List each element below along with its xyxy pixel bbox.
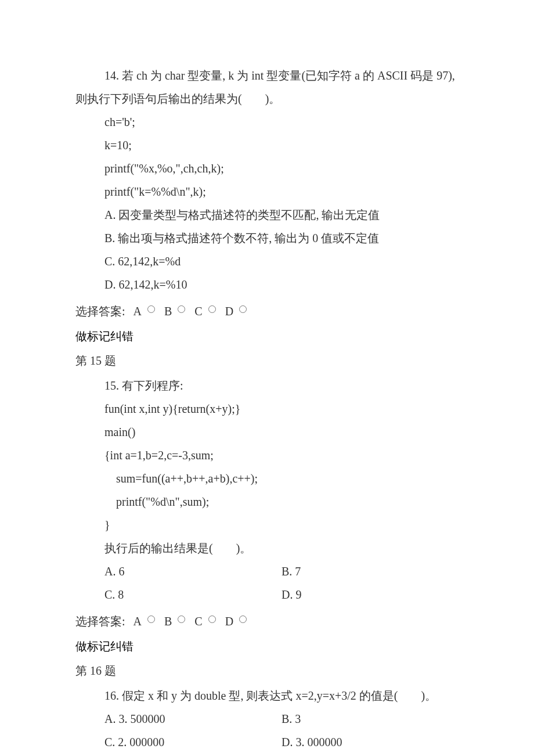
radio-group-a: A <box>134 301 160 322</box>
q16-options-row1: A. 3. 500000 B. 3 <box>75 707 459 730</box>
page-content: 14. 若 ch 为 char 型变量, k 为 int 型变量(已知字符 a … <box>0 0 534 756</box>
q15-code-line: {int a=1,b=2,c=-3,sum; <box>75 444 459 467</box>
q15-code-line: sum=fun((a++,b++,a+b),c++); <box>75 467 459 490</box>
correct-link[interactable]: 纠错 <box>110 640 134 653</box>
q15-code-line: } <box>75 513 459 537</box>
q14-code-line: k=10; <box>75 134 459 157</box>
q16-option-b: B. 3 <box>282 707 459 730</box>
radio-q15-d[interactable] <box>239 615 247 623</box>
radio-letter-d: D <box>225 301 233 322</box>
q15-code-line: printf("%d\n",sum); <box>75 490 459 513</box>
q16-intro: 16. 假定 x 和 y 为 double 型, 则表达式 x=2,y=x+3/… <box>75 684 459 707</box>
radio-group-c: C <box>194 611 220 632</box>
q15-option-d: D. 9 <box>282 583 459 606</box>
q15-code-line: fun(int x,int y){return(x+y);} <box>75 397 459 420</box>
radio-group-b: B <box>164 301 190 322</box>
mark-row-14: 做标记纠错 <box>75 325 459 347</box>
q16-option-c: C. 2. 000000 <box>104 730 282 754</box>
radio-q15-b[interactable] <box>178 615 185 623</box>
q14-option-a: A. 因变量类型与格式描述符的类型不匹配, 输出无定值 <box>75 203 459 226</box>
answer-label: 选择答案: <box>75 611 125 632</box>
radio-group-c: C <box>194 301 220 322</box>
answer-row-15: 选择答案: A B C D <box>75 611 459 632</box>
q14-code-line: printf("%x,%o,",ch,ch,k); <box>75 157 459 180</box>
radio-group-d: D <box>225 301 251 322</box>
correct-link[interactable]: 纠错 <box>110 330 134 343</box>
q14-option-b: B. 输出项与格式描述符个数不符, 输出为 0 值或不定值 <box>75 226 459 250</box>
question-16: 16. 假定 x 和 y 为 double 型, 则表达式 x=2,y=x+3/… <box>75 684 459 754</box>
radio-group-b: B <box>164 611 190 632</box>
mark-row-15: 做标记纠错 <box>75 635 459 657</box>
q16-option-d: D. 3. 000000 <box>282 730 459 754</box>
q14-option-d: D. 62,142,k=%10 <box>75 273 459 296</box>
question-14: 14. 若 ch 为 char 型变量, k 为 int 型变量(已知字符 a … <box>75 64 459 296</box>
mark-link[interactable]: 做标记 <box>75 330 110 343</box>
q15-options-row2: C. 8 D. 9 <box>75 583 459 606</box>
radio-letter-d: D <box>225 611 233 632</box>
q15-code-line: main() <box>75 420 459 444</box>
q14-code-line: ch='b'; <box>75 110 459 134</box>
question-15: 15. 有下列程序: fun(int x,int y){return(x+y);… <box>75 374 459 606</box>
radio-letter-a: A <box>134 611 142 632</box>
radio-q14-b[interactable] <box>178 305 185 313</box>
q15-option-b: B. 7 <box>282 560 459 583</box>
q16-options-row2: C. 2. 000000 D. 3. 000000 <box>75 730 459 754</box>
radio-group-a: A <box>134 611 160 632</box>
answer-label: 选择答案: <box>75 301 125 322</box>
section-16-title: 第 16 题 <box>75 660 459 682</box>
radio-letter-a: A <box>134 301 142 322</box>
q15-options-row1: A. 6 B. 7 <box>75 560 459 583</box>
radio-q14-c[interactable] <box>208 305 216 313</box>
q14-code-line: printf("k=%%d\n",k); <box>75 180 459 203</box>
radio-q14-a[interactable] <box>147 305 155 313</box>
mark-link[interactable]: 做标记 <box>75 640 110 653</box>
radio-letter-c: C <box>194 611 202 632</box>
radio-group-d: D <box>225 611 251 632</box>
radio-letter-c: C <box>194 301 202 322</box>
radio-q15-a[interactable] <box>147 615 155 623</box>
radio-q15-c[interactable] <box>208 615 216 623</box>
q15-option-c: C. 8 <box>104 583 282 606</box>
q14-intro: 14. 若 ch 为 char 型变量, k 为 int 型变量(已知字符 a … <box>75 64 459 110</box>
section-15-title: 第 15 题 <box>75 350 459 372</box>
q15-option-a: A. 6 <box>104 560 282 583</box>
q14-option-c: C. 62,142,k=%d <box>75 250 459 273</box>
q15-stem: 执行后的输出结果是( )。 <box>75 537 459 560</box>
radio-letter-b: B <box>164 611 172 632</box>
radio-letter-b: B <box>164 301 172 322</box>
radio-q14-d[interactable] <box>239 305 247 313</box>
q16-option-a: A. 3. 500000 <box>104 707 282 730</box>
q15-intro: 15. 有下列程序: <box>75 374 459 397</box>
answer-row-14: 选择答案: A B C D <box>75 301 459 322</box>
